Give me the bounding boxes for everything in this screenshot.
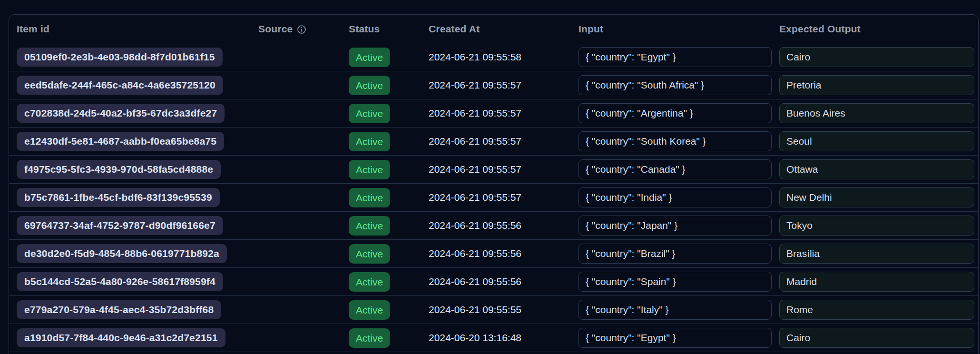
- created-at-cell: 2024-06-21 09:55:57: [421, 192, 571, 203]
- expected-output-value-box[interactable]: Ottawa: [779, 159, 974, 179]
- expected-output-cell: Rome: [772, 300, 978, 320]
- table-body: 05109ef0-2e3b-4e03-98dd-8f7d01b61f15 Act…: [9, 43, 978, 352]
- item-id-pill[interactable]: b5c144cd-52a5-4a80-926e-58617f8959f4: [17, 272, 223, 291]
- column-header-input: Input: [571, 23, 772, 35]
- status-cell: Active: [341, 48, 421, 67]
- input-value-box[interactable]: { "country": "Egypt" }: [578, 47, 772, 67]
- expected-output-value-box[interactable]: Pretoria: [779, 75, 974, 95]
- input-value-box[interactable]: { "country": "South Africa" }: [578, 75, 772, 95]
- created-at-value: 2024-06-21 09:55:56: [429, 248, 521, 259]
- created-at-value: 2024-06-21 09:55:57: [429, 108, 521, 119]
- input-value-box[interactable]: { "country": "Egypt" }: [578, 328, 772, 348]
- item-id-pill[interactable]: de30d2e0-f5d9-4854-88b6-0619771b892a: [17, 244, 227, 263]
- item-id-pill[interactable]: 05109ef0-2e3b-4e03-98dd-8f7d01b61f15: [17, 48, 223, 67]
- item-id-pill[interactable]: f4975c95-5fc3-4939-970d-58fa5cd4888e: [17, 160, 221, 179]
- created-at-cell: 2024-06-21 09:55:55: [421, 304, 571, 315]
- item-id-pill[interactable]: c702838d-24d5-40a2-bf35-67dc3a3dfe27: [17, 104, 225, 123]
- table-row[interactable]: 69764737-34af-4752-9787-d90df96166e7 Act…: [9, 211, 978, 239]
- item-id-cell: c702838d-24d5-40a2-bf35-67dc3a3dfe27: [9, 104, 251, 123]
- column-header-label: Expected Output: [779, 23, 861, 35]
- input-value-box[interactable]: { "country": "Japan" }: [578, 216, 772, 236]
- table-row[interactable]: a1910d57-7f84-440c-9e46-a31c2d7e2151 Act…: [9, 324, 978, 352]
- input-cell: { "country": "South Africa" }: [571, 75, 772, 95]
- status-cell: Active: [341, 160, 421, 179]
- created-at-value: 2024-06-21 09:55:55: [429, 304, 521, 315]
- created-at-cell: 2024-06-21 09:55:57: [421, 136, 571, 147]
- created-at-cell: 2024-06-21 09:55:57: [421, 79, 571, 91]
- item-id-cell: 05109ef0-2e3b-4e03-98dd-8f7d01b61f15: [9, 48, 251, 67]
- created-at-cell: 2024-06-20 13:16:48: [421, 332, 571, 344]
- column-header-label: Item id: [17, 23, 49, 35]
- item-id-pill[interactable]: eed5dafe-244f-465c-a84c-4a6e35725120: [17, 76, 223, 95]
- expected-output-value-box[interactable]: New Delhi: [779, 187, 974, 207]
- column-header-expected-output: Expected Output: [772, 23, 978, 35]
- item-id-cell: de30d2e0-f5d9-4854-88b6-0619771b892a: [9, 244, 251, 263]
- table-row[interactable]: de30d2e0-f5d9-4854-88b6-0619771b892a Act…: [9, 239, 978, 267]
- expected-output-cell: Madrid: [772, 272, 978, 292]
- table-row[interactable]: 05109ef0-2e3b-4e03-98dd-8f7d01b61f15 Act…: [9, 43, 978, 71]
- expected-output-value-box[interactable]: Cairo: [779, 47, 974, 67]
- column-header-created-at: Created At: [421, 23, 571, 35]
- column-header-label: Status: [349, 23, 380, 35]
- input-cell: { "country": "India" }: [571, 187, 772, 207]
- table-row[interactable]: e779a270-579a-4f45-aec4-35b72d3bff68 Act…: [9, 295, 978, 324]
- expected-output-cell: Brasília: [772, 244, 978, 264]
- column-header-label: Created At: [429, 23, 480, 35]
- status-badge: Active: [349, 132, 390, 151]
- item-id-pill[interactable]: b75c7861-1fbe-45cf-bdf6-83f139c95539: [17, 188, 220, 207]
- table-bottom-divider: [9, 352, 978, 354]
- status-badge: Active: [349, 104, 390, 123]
- status-badge: Active: [349, 160, 390, 179]
- status-cell: Active: [341, 328, 421, 348]
- status-cell: Active: [341, 244, 421, 264]
- item-id-cell: eed5dafe-244f-465c-a84c-4a6e35725120: [9, 76, 251, 95]
- dataset-items-table: Item id Source Status Created At Input E…: [9, 14, 979, 354]
- expected-output-value-box[interactable]: Buenos Aires: [779, 103, 974, 123]
- input-value-box[interactable]: { "country": "India" }: [578, 187, 772, 207]
- expected-output-cell: Cairo: [772, 328, 978, 348]
- item-id-pill[interactable]: 69764737-34af-4752-9787-d90df96166e7: [17, 216, 223, 235]
- expected-output-cell: Seoul: [772, 131, 978, 151]
- item-id-pill[interactable]: e779a270-579a-4f45-aec4-35b72d3bff68: [17, 300, 221, 319]
- info-circle-icon[interactable]: [297, 25, 306, 34]
- table-header-row: Item id Source Status Created At Input E…: [9, 15, 978, 43]
- input-value-box[interactable]: { "country": "Italy" }: [578, 300, 772, 320]
- table-row[interactable]: b5c144cd-52a5-4a80-926e-58617f8959f4 Act…: [9, 267, 978, 295]
- expected-output-cell: Ottawa: [772, 159, 978, 179]
- input-value-box[interactable]: { "country": "Spain" }: [578, 272, 772, 292]
- item-id-cell: b75c7861-1fbe-45cf-bdf6-83f139c95539: [9, 188, 251, 207]
- input-value-box[interactable]: { "country": "Canada" }: [578, 159, 772, 179]
- item-id-pill[interactable]: a1910d57-7f84-440c-9e46-a31c2d7e2151: [17, 328, 225, 347]
- table-row[interactable]: f4975c95-5fc3-4939-970d-58fa5cd4888e Act…: [9, 155, 978, 183]
- status-cell: Active: [341, 76, 421, 95]
- created-at-value: 2024-06-21 09:55:58: [429, 51, 521, 63]
- created-at-cell: 2024-06-21 09:55:56: [421, 276, 571, 287]
- expected-output-value-box[interactable]: Tokyo: [779, 216, 974, 236]
- expected-output-value-box[interactable]: Madrid: [779, 272, 974, 292]
- expected-output-value-box[interactable]: Rome: [779, 300, 974, 320]
- status-badge: Active: [349, 76, 390, 95]
- item-id-pill[interactable]: e12430df-5e81-4687-aabb-f0ea65be8a75: [17, 132, 224, 151]
- input-cell: { "country": "Egypt" }: [571, 328, 772, 348]
- table-row[interactable]: eed5dafe-244f-465c-a84c-4a6e35725120 Act…: [9, 71, 978, 99]
- column-header-status: Status: [341, 23, 421, 35]
- status-badge: Active: [349, 216, 390, 236]
- input-value-box[interactable]: { "country": "South Korea" }: [578, 131, 772, 151]
- expected-output-cell: Buenos Aires: [772, 103, 978, 123]
- item-id-cell: 69764737-34af-4752-9787-d90df96166e7: [9, 216, 251, 235]
- input-value-box[interactable]: { "country": "Brazil" }: [578, 244, 772, 264]
- item-id-cell: e779a270-579a-4f45-aec4-35b72d3bff68: [9, 300, 251, 319]
- table-row[interactable]: b75c7861-1fbe-45cf-bdf6-83f139c95539 Act…: [9, 183, 978, 211]
- expected-output-value-box[interactable]: Brasília: [779, 244, 974, 264]
- column-header-label: Source: [258, 23, 293, 35]
- table-row[interactable]: c702838d-24d5-40a2-bf35-67dc3a3dfe27 Act…: [9, 99, 978, 127]
- created-at-cell: 2024-06-21 09:55:57: [421, 164, 571, 175]
- column-header-source: Source: [251, 23, 341, 35]
- table-row[interactable]: e12430df-5e81-4687-aabb-f0ea65be8a75 Act…: [9, 127, 978, 155]
- input-value-box[interactable]: { "country": "Argentina" }: [578, 103, 772, 123]
- created-at-value: 2024-06-21 09:55:56: [429, 220, 521, 231]
- created-at-cell: 2024-06-21 09:55:58: [421, 51, 571, 63]
- status-cell: Active: [341, 216, 421, 236]
- expected-output-value-box[interactable]: Seoul: [779, 131, 974, 151]
- expected-output-value-box[interactable]: Cairo: [779, 328, 974, 348]
